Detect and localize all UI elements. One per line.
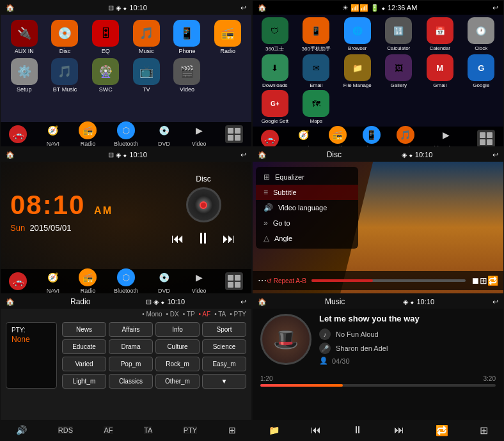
genre-easym[interactable]: Easy_m	[202, 357, 246, 371]
music-progress-bar[interactable]	[260, 384, 496, 387]
app-tv[interactable]: 📺TV	[128, 58, 165, 93]
home-icon: 🏠	[6, 4, 15, 12]
app-calculator[interactable]: 🔢Calculator	[379, 17, 419, 52]
back-icon-p6[interactable]: ↩	[492, 298, 498, 306]
nav-videoplayer-p2[interactable]: ▶VideoPlayer	[430, 126, 461, 147]
nav-car-p2[interactable]: 🚗	[261, 130, 279, 147]
nav-video-p3[interactable]: ▶Video	[190, 268, 208, 294]
genre-more[interactable]: ▼	[202, 374, 246, 389]
genre-sport[interactable]: Sport	[202, 322, 246, 337]
music-next-btn[interactable]: ⏭	[394, 424, 404, 436]
nav-navi-p3[interactable]: 🧭NAVI	[44, 268, 62, 294]
nav-phone-p2[interactable]: 📱Phone	[363, 126, 381, 147]
app-google-settings[interactable]: G+Google Sett	[255, 90, 295, 124]
pty-button[interactable]: PTY	[184, 426, 197, 434]
dvd-stop-btn[interactable]: ⏹	[471, 275, 480, 286]
settings-icon[interactable]: ⊞	[228, 425, 236, 435]
nav-car-p1[interactable]: 🚗	[9, 125, 27, 143]
back-icon-p1[interactable]: ↩	[240, 4, 246, 12]
genre-news[interactable]: News	[62, 322, 106, 337]
genre-otherm[interactable]: Other_m	[155, 374, 200, 389]
app-aux-in[interactable]: 🔌AUX IN	[6, 20, 43, 54]
nav-bt-p1[interactable]: ⬡Bluetooth	[114, 121, 138, 147]
genre-educate[interactable]: Educate	[62, 339, 106, 354]
nav-dvd-p1[interactable]: 💿DVD	[155, 121, 173, 147]
pause-button[interactable]: ⏸	[196, 229, 211, 247]
app-google[interactable]: GGoogle	[462, 54, 501, 88]
folder-icon[interactable]: 📁	[269, 425, 280, 435]
menu-subtitle[interactable]: ≡ Subtitle	[256, 185, 358, 200]
status-icons-p1: ⊟ ◈ ⬥ 10:10	[108, 4, 147, 12]
genre-science[interactable]: Science	[202, 339, 246, 354]
music-pause-btn[interactable]: ⏸	[352, 424, 363, 436]
nav-navi-p2[interactable]: 🧭Navi	[295, 126, 313, 147]
app-filemgr[interactable]: 📁File Manage	[338, 54, 377, 88]
dvd-playlist-btn[interactable]: ⊞	[480, 275, 487, 286]
nav-dvd-p3[interactable]: 💿DVD	[155, 268, 173, 294]
back-icon-p4[interactable]: ↩	[492, 151, 498, 159]
app-disc[interactable]: 💿Disc	[47, 20, 84, 54]
app-gallery[interactable]: 🖼Gallery	[379, 54, 419, 88]
app-maps[interactable]: 🗺Maps	[297, 90, 336, 124]
nav-car-p3[interactable]: 🚗	[9, 272, 27, 290]
app-browser[interactable]: 🌐Browser	[338, 17, 377, 52]
music-prev-btn[interactable]: ⏮	[311, 424, 321, 436]
next-button[interactable]: ⏭	[223, 231, 235, 246]
nav-bt-p3[interactable]: ⬡Bluetooth	[114, 268, 138, 294]
genre-drama[interactable]: Drama	[109, 339, 153, 354]
music-progress-section: 1:20 3:20	[260, 375, 496, 387]
app-downloads[interactable]: ⬇Downloads	[255, 54, 295, 88]
nav-radio-p1[interactable]: 📻Radio	[79, 121, 97, 147]
nav-video-p1[interactable]: ▶Video	[190, 121, 208, 147]
ta-button[interactable]: TA	[144, 426, 152, 434]
app-eq[interactable]: 🎛EQ	[87, 20, 124, 54]
app-phone[interactable]: 📱Phone	[169, 20, 206, 54]
genre-lightm[interactable]: Light_m	[62, 374, 106, 389]
disc-spinner[interactable]	[186, 187, 221, 222]
app-email[interactable]: ✉Email	[297, 54, 336, 88]
back-icon-p5[interactable]: ↩	[240, 298, 246, 306]
menu-equalizer[interactable]: ⊞ Equalizer	[256, 169, 358, 185]
af-button[interactable]: AF	[104, 426, 113, 434]
grid-toggle-p3[interactable]	[225, 272, 243, 290]
nav-radio-p2[interactable]: 📻Radio	[329, 126, 347, 147]
grid-toggle-p2[interactable]	[477, 130, 495, 147]
app-music[interactable]: 🎵Music	[128, 20, 165, 54]
app-bt-music[interactable]: 🎵BT Music	[47, 58, 84, 93]
dvd-repeat-btn[interactable]: 🔁	[487, 275, 498, 286]
genre-rockm[interactable]: Rock_m	[155, 357, 200, 371]
app-calendar[interactable]: 📅Calendar	[420, 17, 460, 52]
app-video[interactable]: 🎬Video	[169, 58, 206, 93]
app-360sj[interactable]: 📱360手机助手	[297, 17, 336, 52]
genre-popm[interactable]: Pop_m	[109, 357, 153, 371]
genre-info[interactable]: Info	[155, 322, 200, 337]
genre-culture[interactable]: Culture	[155, 339, 200, 354]
nav-music-p2[interactable]: 🎵Music	[397, 126, 414, 147]
app-setup[interactable]: ⚙️Setup	[6, 58, 43, 93]
rds-button[interactable]: RDS	[58, 426, 73, 434]
genre-affairs[interactable]: Affairs	[109, 322, 153, 337]
back-icon-p2[interactable]: ↩	[492, 4, 498, 12]
genre-varied[interactable]: Varied	[62, 357, 106, 371]
back-icon-p3[interactable]: ↩	[240, 151, 246, 159]
app-radio[interactable]: 📻Radio	[209, 20, 246, 54]
dvd-menu-btn[interactable]: ⋯	[258, 275, 267, 286]
nav-radio-p3[interactable]: 📻Radio	[79, 268, 97, 294]
artist-icon-2: 🎤	[319, 343, 331, 354]
status-bar-p1: 🏠 ⊟ ◈ ⬥ 10:10 ↩	[1, 1, 251, 15]
prev-button[interactable]: ⏮	[171, 231, 184, 246]
app-clock[interactable]: 🕐Clock	[462, 17, 501, 52]
menu-angle[interactable]: △ Angle	[256, 231, 358, 246]
app-360ws[interactable]: 🛡360卫士	[255, 17, 295, 52]
menu-video-language[interactable]: 🔊 Video language	[256, 200, 358, 215]
music-playlist-btn[interactable]: ⊞	[480, 424, 488, 437]
genre-classics[interactable]: Classics	[109, 374, 153, 389]
nav-navi-p1[interactable]: 🧭NAVI	[44, 121, 62, 147]
music-repeat-btn[interactable]: 🔁	[436, 424, 448, 437]
app-gmail[interactable]: MGmail	[420, 54, 460, 88]
home-icon-p4: 🏠	[258, 151, 267, 159]
app-swc[interactable]: 🎡SWC	[87, 58, 124, 93]
grid-toggle-p1[interactable]	[225, 125, 243, 143]
menu-goto[interactable]: » Go to	[256, 215, 358, 231]
dvd-controls-bar: ⋯ ↺ Repeat A-B ⏹ ⊞ 🔁	[253, 271, 503, 290]
